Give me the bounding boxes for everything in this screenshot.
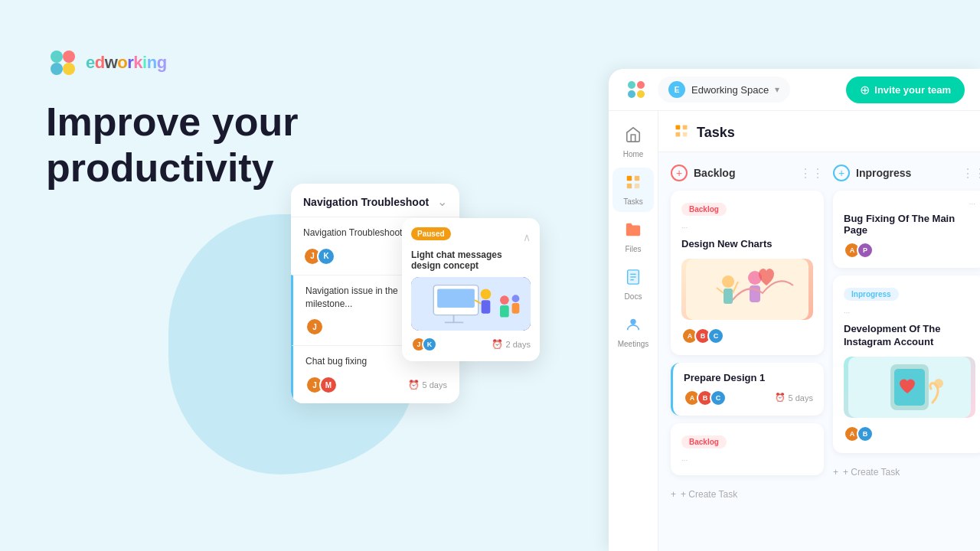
top-bar: E Edworking Space ▾ ⊕ Invite your team <box>609 69 980 111</box>
svg-point-0 <box>51 51 63 63</box>
task-days: ⏰ 5 days <box>775 393 813 403</box>
avatar: C <box>707 328 724 344</box>
plus-icon: ⊕ <box>860 83 870 97</box>
hero-section: Improve your productivity <box>46 99 298 191</box>
svg-rect-13 <box>500 305 509 318</box>
task-card-image-inprogress <box>844 357 975 418</box>
sidebar-label: Files <box>625 245 641 253</box>
avatar: B <box>857 425 874 442</box>
task-card-image-backlog <box>681 259 813 320</box>
svg-point-17 <box>637 81 645 89</box>
svg-point-2 <box>51 63 63 75</box>
task-menu-icon[interactable]: ··· <box>844 308 850 317</box>
avatar: C <box>710 390 727 406</box>
task-title: Bug Fixing Of The Main Page <box>844 213 975 236</box>
task-menu-icon[interactable]: ··· <box>681 223 688 232</box>
svg-point-9 <box>481 289 492 300</box>
invite-team-button[interactable]: ⊕ Invite your team <box>846 77 965 103</box>
backlog-menu-icon[interactable]: ⋮⋮ <box>799 166 824 181</box>
tasks-header-icon <box>674 123 689 142</box>
task-panel-title: Navigation Troubleshoot <box>303 196 429 208</box>
chat-avatar-group: J K <box>411 337 433 352</box>
svg-rect-31 <box>676 132 681 137</box>
svg-rect-15 <box>512 303 520 314</box>
svg-point-14 <box>512 295 520 302</box>
task-footer: A B C ⏰ 5 days <box>684 390 813 406</box>
svg-rect-23 <box>635 184 639 188</box>
svg-point-43 <box>934 379 943 388</box>
sidebar-item-files[interactable]: Files <box>612 215 654 259</box>
app-logo-small <box>624 77 648 102</box>
sidebar-label: Meetings <box>618 340 649 348</box>
sidebar-label: Docs <box>625 292 642 301</box>
chat-status-badge: Paused <box>411 227 451 240</box>
svg-point-36 <box>722 276 734 288</box>
card-avatar-group: A B C <box>684 390 723 406</box>
sidebar: Home Tasks Files Docs <box>609 111 658 551</box>
chevron-up-icon: ∧ <box>523 231 531 243</box>
svg-rect-21 <box>635 176 639 181</box>
add-inprogress-button[interactable]: + <box>833 165 850 181</box>
svg-rect-37 <box>724 289 733 304</box>
sidebar-item-meetings[interactable]: Meetings <box>612 310 654 354</box>
card-avatar-group: A P <box>844 242 870 259</box>
avatar: P <box>857 242 874 259</box>
space-name: Edworking Space <box>691 84 769 96</box>
avatar: K <box>422 337 437 352</box>
plus-icon: + <box>833 467 838 478</box>
avatar-group: J M <box>305 376 333 394</box>
task-days: ⏰ 5 days <box>408 380 447 390</box>
create-task-backlog-button[interactable]: + + Create Task <box>671 483 824 506</box>
hero-title: Improve your productivity <box>46 99 298 191</box>
logo: edworking <box>46 46 167 80</box>
panel-body: Home Tasks Files Docs <box>609 111 980 551</box>
meetings-icon <box>625 316 642 337</box>
add-backlog-button[interactable]: + <box>671 165 688 181</box>
svg-point-19 <box>637 90 645 98</box>
task-card[interactable]: Backlog ··· Design New Charts <box>671 191 824 355</box>
task-card-footer: A B C <box>681 328 813 344</box>
home-icon <box>625 126 642 147</box>
task-columns: + Backlog ⋮⋮ Backlog ··· Design New Char… <box>658 152 980 546</box>
chat-card-title: Light chat messages design concept <box>411 249 531 271</box>
sidebar-item-docs[interactable]: Docs <box>612 262 654 307</box>
sidebar-item-tasks[interactable]: Tasks <box>612 168 654 212</box>
content-title: Tasks <box>697 125 735 141</box>
content-area: Tasks + Backlog ⋮⋮ Backlog <box>658 111 980 551</box>
svg-point-16 <box>628 81 635 89</box>
chevron-down-icon: ⌄ <box>437 194 447 209</box>
space-selector[interactable]: E Edworking Space ▾ <box>658 77 790 103</box>
svg-rect-32 <box>683 132 688 137</box>
inprogress-column: + Inprogress ⋮⋮ ··· Bug Fixing Of The Ma… <box>833 165 980 534</box>
main-panel: E Edworking Space ▾ ⊕ Invite your team H… <box>609 69 980 551</box>
task-menu-icon[interactable]: ··· <box>969 200 975 208</box>
task-card[interactable]: Prepare Design 1 A B C ⏰ 5 days <box>671 363 824 416</box>
chat-card-footer: J K ⏰ 2 days <box>411 337 531 352</box>
task-card[interactable]: Backlog ··· <box>671 423 824 475</box>
sidebar-label: Tasks <box>623 197 643 206</box>
sidebar-item-home[interactable]: Home <box>612 120 654 165</box>
task-menu-icon[interactable]: ··· <box>681 456 688 465</box>
task-card[interactable]: Inprogress ··· Development Of The Instag… <box>833 276 980 453</box>
clock-icon: ⏰ <box>492 339 503 350</box>
svg-rect-6 <box>437 289 475 308</box>
chat-card-image <box>411 277 531 331</box>
inprogress-menu-icon[interactable]: ⋮⋮ <box>962 166 980 181</box>
task-title: Prepare Design 1 <box>684 372 813 383</box>
svg-rect-35 <box>750 285 760 302</box>
tasks-icon <box>625 174 642 194</box>
svg-point-18 <box>628 90 635 98</box>
svg-point-1 <box>63 51 75 63</box>
create-task-inprogress-button[interactable]: + + Create Task <box>833 461 980 484</box>
task-badge-inprogress: Inprogress <box>844 288 899 301</box>
column-header-inprogress: + Inprogress ⋮⋮ <box>833 165 980 181</box>
avatar-group: J <box>305 318 319 336</box>
chat-days: ⏰ 2 days <box>492 339 531 350</box>
plus-icon: + <box>671 489 676 500</box>
task-card[interactable]: ··· Bug Fixing Of The Main Page A P <box>833 191 980 268</box>
chevron-down-icon: ▾ <box>775 84 779 95</box>
svg-rect-29 <box>676 126 681 130</box>
svg-point-12 <box>500 295 509 305</box>
avatar: J <box>305 318 324 336</box>
content-header: Tasks <box>658 111 980 152</box>
